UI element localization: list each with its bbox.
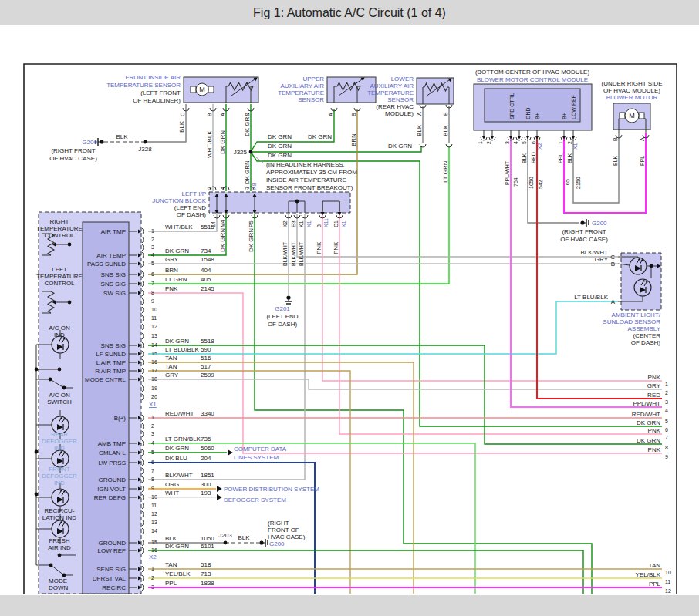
module-pin-label: L AIR TMP xyxy=(96,359,126,366)
diagram-label: 6 xyxy=(531,141,536,144)
connector-bracket xyxy=(142,528,144,534)
arrowhead xyxy=(517,136,521,139)
diagram-label: BLK/WHT xyxy=(282,241,288,266)
diagram-label: 1 xyxy=(558,141,563,144)
motor-m: M xyxy=(199,86,205,93)
diagram-label: TEMPERATURE xyxy=(278,89,324,96)
module-pin-label: B(+) xyxy=(114,415,127,422)
diagram-label: X2 xyxy=(149,554,157,560)
diagram-label: (LEFT FRONT xyxy=(140,89,181,96)
exit-wire-label: PPL xyxy=(649,581,661,587)
arrowhead xyxy=(508,136,512,139)
wire-circuit-number: 6101 xyxy=(201,543,214,550)
diagram-label: BLK xyxy=(116,133,128,140)
connector-bracket xyxy=(142,359,144,365)
diagram-label: A xyxy=(220,113,225,116)
connector-bracket xyxy=(142,324,144,330)
connector-bracket xyxy=(142,281,144,287)
wire-circuit-number: 734 xyxy=(201,247,211,254)
pin-number: 4 xyxy=(151,252,154,258)
junction-dot xyxy=(35,368,39,372)
diagram-label: LT GRN xyxy=(442,160,449,183)
wire-circuit-number: 590 xyxy=(201,346,211,353)
diagram-label: SENSOR xyxy=(387,96,414,103)
connector-bracket xyxy=(142,315,144,321)
wire-circuit-number: 1548 xyxy=(201,256,214,263)
connector-bracket xyxy=(142,261,144,267)
diagram-label: AMBIENT LIGHT/ xyxy=(612,311,661,318)
wire-color-label: BLK xyxy=(165,535,177,542)
diagram-label: BLK/WHT xyxy=(580,249,608,256)
wire-circuit-number: 5060 xyxy=(201,445,214,452)
diagram-label: TEMPERATURE xyxy=(367,89,414,96)
diagram-label: LATION IND xyxy=(42,514,77,521)
wire-color-label: DK GRN xyxy=(165,247,189,254)
diagram-label: IND xyxy=(54,332,65,338)
diagram-label: E3 xyxy=(291,220,296,227)
pin-number: 1 xyxy=(151,415,154,420)
wire-color-label: WHT/BLK xyxy=(165,224,193,231)
pin-number: 12 xyxy=(151,511,157,517)
module-pin-label: AIR TEMP xyxy=(96,252,126,259)
connector-bracket xyxy=(142,459,144,466)
wire-color-label: GRY xyxy=(165,256,179,263)
diagram-label: PNK xyxy=(333,241,339,254)
pin-number: 15 xyxy=(151,540,157,545)
arrowhead xyxy=(320,212,324,215)
exit-wire-number: 5 xyxy=(665,419,668,424)
pin-number: 5 xyxy=(151,261,154,266)
pin-number: 13 xyxy=(151,333,157,338)
diagram-label: DEFOGGER xyxy=(42,473,77,480)
wire-color-label: LT GRN/BLK xyxy=(165,436,201,443)
connector-bracket xyxy=(142,385,144,392)
diagram-label: DK GRN xyxy=(219,228,226,252)
wire-circuit-number: 300 xyxy=(201,481,211,488)
diagram-label: OF DASH) xyxy=(631,339,661,346)
arrowhead xyxy=(228,449,233,456)
module-pin-label: SNS SIG xyxy=(101,342,126,349)
connector-bracket xyxy=(142,423,144,429)
pin-number: 3 xyxy=(151,244,154,250)
diagram-label: X11 xyxy=(323,218,329,227)
diagram-label: FRONT OF xyxy=(268,527,299,534)
diagram-label: 5 xyxy=(522,141,527,144)
diagram-label: 2150 xyxy=(576,177,581,189)
pin-number: 14 xyxy=(151,342,157,348)
wire-circuit-number: 3340 xyxy=(201,410,214,417)
diagram-label: LOW REF xyxy=(571,95,576,119)
exit-wire-label: GRY xyxy=(647,382,661,389)
diagram-label: BLK xyxy=(442,124,449,136)
module-pin-label: AIR TMP xyxy=(101,228,126,235)
diagram-label: BLK xyxy=(416,124,423,136)
pin-number: 2 xyxy=(151,237,154,242)
wiring-diagram-page: Fig 1: Automatic A/C Circuit (1 of 4) 1A… xyxy=(0,0,699,616)
pin-number: 3 xyxy=(151,584,154,590)
diagram-label: APPROXIMATELY 35 CM FROM xyxy=(266,169,357,176)
diagram-label: SENSOR xyxy=(298,96,324,103)
diagram-label: HVAC CASE) xyxy=(268,534,306,540)
wire-circuit-number: 516 xyxy=(201,355,211,362)
diagram-label: DK GRN xyxy=(248,228,255,252)
diagram-label: BLOWER MOTOR CONTROL MODULE xyxy=(477,76,588,83)
connector-bracket xyxy=(142,271,144,278)
diagram-label: B xyxy=(611,261,615,268)
diagram-label: (IN HEADLINER HARNESS, xyxy=(266,161,345,168)
connector-bracket xyxy=(142,494,144,500)
mod-blk-1050-g200 xyxy=(528,136,579,223)
wire-color-label: LT BLU/BLK xyxy=(165,346,199,353)
diagram-label: 3 xyxy=(316,224,322,227)
wire-circuit-number: 405 xyxy=(201,276,211,283)
diagram-label: BLK/WHT xyxy=(291,241,296,266)
diagram-label: MODULE) xyxy=(385,110,414,117)
arrowhead xyxy=(525,136,529,139)
wire-circuit-number: 2599 xyxy=(201,372,214,379)
diagram-label: 754 xyxy=(513,177,518,187)
diagram-label: A/C ON xyxy=(49,325,70,332)
diagram-label: M4 xyxy=(220,220,225,227)
module-pin-label: RECIRC xyxy=(102,584,126,591)
junction-dot xyxy=(144,140,147,144)
connector-bracket xyxy=(142,486,144,492)
diagram-label: AIR IND xyxy=(48,544,71,551)
connector-bracket xyxy=(142,566,144,572)
pin-number: 9 xyxy=(151,486,154,491)
